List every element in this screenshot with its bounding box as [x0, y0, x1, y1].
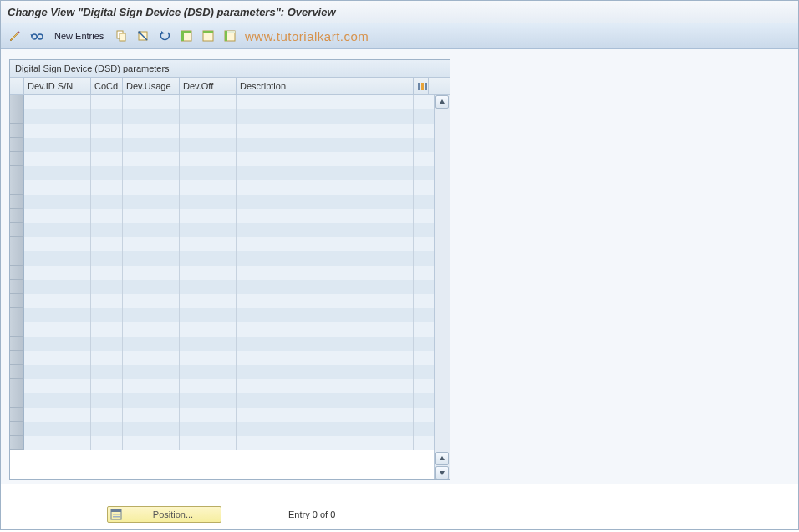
scroll-down-step-button[interactable] — [435, 452, 449, 465]
cell-usage[interactable] — [123, 152, 180, 166]
row-selector[interactable] — [10, 308, 24, 322]
cell-devid[interactable] — [24, 408, 91, 422]
cell-usage[interactable] — [123, 422, 180, 436]
cell-cocd[interactable] — [91, 351, 123, 365]
cell-devid[interactable] — [24, 124, 91, 138]
cell-cocd[interactable] — [91, 422, 123, 436]
table-row[interactable] — [10, 408, 434, 422]
cell-off[interactable] — [180, 195, 237, 209]
row-selector[interactable] — [10, 379, 24, 393]
cell-description[interactable] — [237, 365, 414, 379]
cell-description[interactable] — [237, 223, 414, 237]
cell-cocd[interactable] — [91, 436, 123, 450]
print-button[interactable] — [221, 27, 239, 45]
cell-devid[interactable] — [24, 251, 91, 266]
cell-usage[interactable] — [123, 365, 180, 379]
cell-devid[interactable] — [24, 195, 91, 209]
cell-devid[interactable] — [24, 280, 91, 294]
cell-description[interactable] — [237, 280, 414, 294]
table-row[interactable] — [10, 223, 434, 237]
row-selector[interactable] — [10, 365, 24, 379]
table-row[interactable] — [10, 266, 434, 280]
position-button[interactable]: Position... — [107, 506, 221, 523]
cell-off[interactable] — [180, 422, 237, 436]
table-row[interactable] — [10, 138, 434, 152]
row-selector[interactable] — [10, 124, 24, 138]
cell-devid[interactable] — [24, 294, 91, 308]
row-selector[interactable] — [10, 166, 24, 180]
cell-description[interactable] — [237, 379, 414, 393]
cell-usage[interactable] — [123, 266, 180, 280]
cell-off[interactable] — [180, 109, 237, 124]
cell-cocd[interactable] — [91, 138, 123, 152]
scroll-down-button[interactable] — [435, 466, 449, 479]
cell-devid[interactable] — [24, 436, 91, 450]
cell-description[interactable] — [237, 152, 414, 166]
cell-off[interactable] — [180, 180, 237, 195]
cell-off[interactable] — [180, 251, 237, 266]
cell-devid[interactable] — [24, 266, 91, 280]
cell-usage[interactable] — [123, 351, 180, 365]
cell-description[interactable] — [237, 408, 414, 422]
cell-cocd[interactable] — [91, 365, 123, 379]
cell-cocd[interactable] — [91, 308, 123, 322]
cell-cocd[interactable] — [91, 223, 123, 237]
table-row[interactable] — [10, 436, 434, 450]
cell-off[interactable] — [180, 237, 237, 251]
table-row[interactable] — [10, 280, 434, 294]
cell-devid[interactable] — [24, 393, 91, 408]
cell-cocd[interactable] — [91, 251, 123, 266]
cell-off[interactable] — [180, 95, 237, 109]
cell-devid[interactable] — [24, 109, 91, 124]
column-config-button[interactable] — [414, 78, 429, 94]
cell-cocd[interactable] — [91, 237, 123, 251]
cell-usage[interactable] — [123, 393, 180, 408]
cell-description[interactable] — [237, 337, 414, 351]
table-row[interactable] — [10, 322, 434, 337]
table-row[interactable] — [10, 308, 434, 322]
table-row[interactable] — [10, 351, 434, 365]
cell-devid[interactable] — [24, 351, 91, 365]
cell-off[interactable] — [180, 152, 237, 166]
vertical-scrollbar[interactable] — [434, 95, 450, 479]
cell-off[interactable] — [180, 393, 237, 408]
row-selector[interactable] — [10, 436, 24, 450]
cell-off[interactable] — [180, 124, 237, 138]
cell-usage[interactable] — [123, 294, 180, 308]
cell-off[interactable] — [180, 408, 237, 422]
row-selector[interactable] — [10, 195, 24, 209]
cell-usage[interactable] — [123, 209, 180, 223]
cell-description[interactable] — [237, 237, 414, 251]
table-row[interactable] — [10, 237, 434, 251]
row-selector[interactable] — [10, 251, 24, 266]
cell-off[interactable] — [180, 266, 237, 280]
cell-cocd[interactable] — [91, 124, 123, 138]
column-header-off[interactable]: Dev.Off — [180, 78, 237, 94]
row-selector[interactable] — [10, 109, 24, 124]
row-selector[interactable] — [10, 138, 24, 152]
row-selector[interactable] — [10, 209, 24, 223]
table-row[interactable] — [10, 109, 434, 124]
cell-description[interactable] — [237, 166, 414, 180]
row-selector[interactable] — [10, 95, 24, 109]
table-row[interactable] — [10, 337, 434, 351]
cell-usage[interactable] — [123, 166, 180, 180]
cell-off[interactable] — [180, 436, 237, 450]
cell-usage[interactable] — [123, 436, 180, 450]
cell-usage[interactable] — [123, 180, 180, 195]
cell-cocd[interactable] — [91, 195, 123, 209]
row-selector[interactable] — [10, 422, 24, 436]
cell-off[interactable] — [180, 280, 237, 294]
cell-devid[interactable] — [24, 166, 91, 180]
row-selector[interactable] — [10, 393, 24, 408]
cell-description[interactable] — [237, 393, 414, 408]
cell-usage[interactable] — [123, 322, 180, 337]
row-selector[interactable] — [10, 280, 24, 294]
table-row[interactable] — [10, 152, 434, 166]
find-button[interactable] — [28, 27, 46, 45]
cell-cocd[interactable] — [91, 393, 123, 408]
row-selector[interactable] — [10, 351, 24, 365]
cell-description[interactable] — [237, 436, 414, 450]
cell-usage[interactable] — [123, 138, 180, 152]
cell-cocd[interactable] — [91, 209, 123, 223]
